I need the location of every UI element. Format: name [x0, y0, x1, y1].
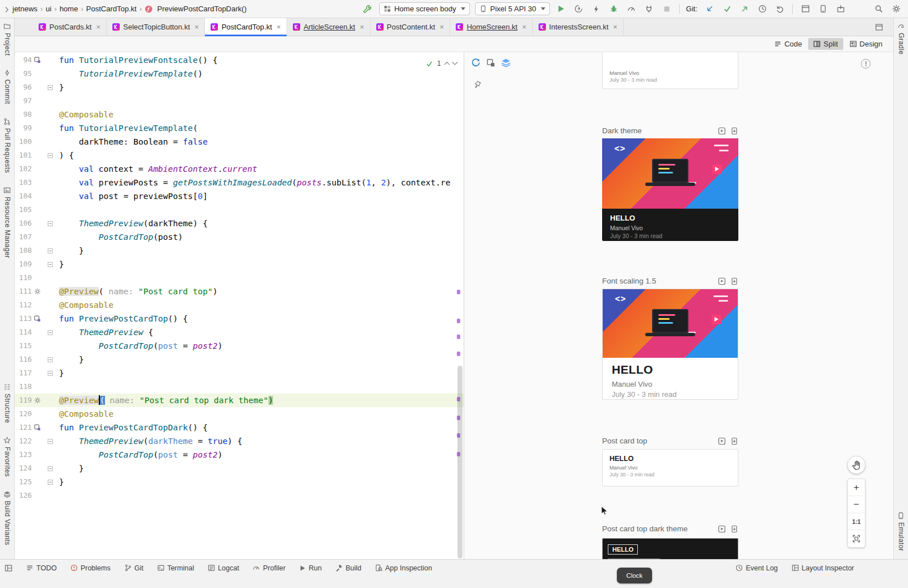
preview-card-post-card-top[interactable]: HELLO Manuel Vivo July 30 - 3 min read	[602, 449, 738, 487]
close-icon[interactable]: ×	[276, 23, 281, 31]
zoom-ratio-button[interactable]: 1:1	[848, 513, 865, 530]
gutter-icon-slot[interactable]	[32, 285, 43, 298]
close-icon[interactable]: ×	[522, 23, 527, 31]
git-commit-button[interactable]	[721, 3, 733, 15]
deploy-preview-icon[interactable]	[730, 126, 738, 134]
code-line-110[interactable]: 110	[15, 271, 464, 285]
fold-slot[interactable]	[43, 475, 57, 489]
debug-button[interactable]	[608, 3, 620, 15]
stop-button[interactable]	[661, 3, 673, 15]
tab-code[interactable]: Code	[769, 38, 807, 50]
tab-postcardtop[interactable]: PostCardTop.kt ×	[205, 18, 287, 36]
fold-marker-icon[interactable]	[48, 221, 53, 226]
tab-selecttopicbutton[interactable]: SelectTopicButton.kt ×	[107, 18, 205, 36]
git-update-button[interactable]	[703, 3, 716, 15]
fold-marker-icon[interactable]	[48, 466, 53, 471]
close-icon[interactable]: ×	[96, 23, 100, 31]
code-line-117[interactable]: 117}	[15, 366, 464, 380]
compose-preview-gutter-icon[interactable]	[34, 57, 41, 64]
compose-preview-gutter-icon[interactable]	[34, 315, 41, 322]
code-area[interactable]: 94fun TutorialPreviewFontscale() {95 Tut…	[15, 52, 464, 502]
editor-scrollbar[interactable]	[457, 366, 463, 559]
git-push-button[interactable]	[738, 3, 751, 15]
preview-card-partial-top[interactable]: Manuel Vivo July 30 - 3 min read	[602, 52, 738, 89]
gutter-icon-slot[interactable]	[32, 312, 43, 325]
compose-preview-gutter-icon[interactable]	[34, 424, 41, 431]
close-icon[interactable]: ×	[613, 23, 617, 31]
preview-card-post-card-top-dark[interactable]: HELLO	[602, 538, 738, 559]
statusbar-item-layout-inspector[interactable]: Layout Inspector	[792, 564, 854, 572]
close-icon[interactable]: ×	[360, 23, 364, 31]
code-line-121[interactable]: 121fun PreviewPostCardTopDark() {	[15, 421, 464, 434]
apply-code-changes-button[interactable]	[590, 3, 603, 15]
breadcrumb-item-file[interactable]: PostCardTop.kt	[85, 4, 138, 14]
code-line-112[interactable]: 112@Composable	[15, 298, 464, 312]
git-rollback-button[interactable]	[774, 3, 786, 15]
compose-wrench-icon[interactable]	[361, 3, 374, 15]
sidebar-item-resource-manager[interactable]: Resource Manager	[3, 187, 11, 258]
code-line-114[interactable]: 114 ThemedPreview {	[15, 325, 464, 339]
sdk-manager-button[interactable]	[834, 3, 847, 15]
fold-marker-icon[interactable]	[48, 262, 53, 267]
fold-slot[interactable]	[43, 434, 57, 448]
toolwindow-switcher-icon[interactable]	[5, 564, 12, 572]
statusbar-item-terminal[interactable]: Terminal	[157, 564, 194, 572]
code-line-109[interactable]: 109}	[15, 257, 464, 271]
fold-marker-icon[interactable]	[48, 439, 53, 444]
gutter-icon-slot[interactable]	[32, 394, 43, 407]
code-line-113[interactable]: 113fun PreviewPostCardTop() {	[15, 312, 464, 325]
breadcrumb-item-jetnews[interactable]: jetnews	[11, 4, 39, 14]
code-line-108[interactable]: 108 }	[15, 244, 464, 257]
fold-marker-icon[interactable]	[48, 330, 53, 335]
layout-inspector-toolbar-button[interactable]	[799, 3, 812, 15]
code-line-125[interactable]: 125}	[15, 475, 464, 489]
code-line-115[interactable]: 115 PostCardTop(post = post2)	[15, 339, 464, 353]
fold-slot[interactable]	[43, 149, 57, 162]
fold-marker-icon[interactable]	[48, 371, 53, 376]
statusbar-item-build[interactable]: Build	[335, 564, 361, 572]
run-button[interactable]	[555, 3, 568, 15]
code-line-119[interactable]: 119@Preview( name: "Post card top dark t…	[15, 394, 464, 407]
fold-slot[interactable]	[43, 244, 57, 257]
code-line-105[interactable]: 105	[15, 203, 464, 217]
zoom-in-button[interactable]: +	[848, 479, 865, 496]
sidebar-item-commit[interactable]: Commit	[3, 69, 11, 104]
tab-split[interactable]: Split	[808, 38, 843, 50]
pan-tool-button[interactable]	[847, 456, 865, 474]
preview-settings-gutter-icon[interactable]	[34, 288, 41, 295]
tab-articlescreen[interactable]: ArticleScreen.kt ×	[287, 18, 371, 36]
device-manager-button[interactable]	[817, 3, 829, 15]
code-line-104[interactable]: 104 val post = previewPosts[0]	[15, 189, 464, 203]
code-line-107[interactable]: 107 PostCardTop(post)	[15, 230, 464, 244]
breadcrumb-item-home[interactable]: home	[58, 4, 79, 14]
editor-layout-icon[interactable]	[875, 23, 883, 32]
code-line-100[interactable]: 100 darkTheme: Boolean = false	[15, 135, 464, 149]
run-configuration-select[interactable]: Home screen body	[379, 2, 470, 15]
next-issue-icon[interactable]	[452, 59, 458, 65]
clock-floating-button[interactable]: Clock	[617, 568, 652, 583]
statusbar-item-run[interactable]: Run	[299, 564, 322, 572]
settings-sync-button[interactable]	[890, 3, 902, 15]
code-line-124[interactable]: 124 }	[15, 462, 464, 475]
code-line-116[interactable]: 116 }	[15, 353, 464, 366]
sidebar-item-emulator[interactable]: Emulator	[897, 512, 905, 551]
fold-slot[interactable]	[43, 325, 57, 339]
fold-marker-icon[interactable]	[48, 153, 53, 158]
code-line-120[interactable]: 120@Composable	[15, 407, 464, 421]
code-line-111[interactable]: 111@Preview( name: "Post card top")	[15, 285, 464, 298]
statusbar-item-git[interactable]: Git	[124, 564, 144, 572]
sidebar-item-pull-requests[interactable]: Pull Requests	[3, 118, 11, 173]
deploy-preview-icon[interactable]	[730, 524, 738, 532]
tab-interestsscreen[interactable]: InterestsScreen.kt ×	[533, 18, 624, 36]
fold-marker-icon[interactable]	[48, 357, 53, 362]
prev-issue-icon[interactable]	[444, 61, 450, 67]
fold-slot[interactable]	[43, 462, 57, 475]
code-line-126[interactable]: 126	[15, 489, 464, 502]
statusbar-item-event-log[interactable]: Event Log	[735, 564, 777, 572]
profiler-button[interactable]	[625, 3, 638, 15]
close-icon[interactable]: ×	[440, 23, 444, 31]
fold-slot[interactable]	[43, 353, 57, 366]
code-line-101[interactable]: 101) {	[15, 149, 464, 162]
sidebar-item-favorites[interactable]: Favorites	[3, 437, 11, 477]
gutter-icon-slot[interactable]	[32, 53, 43, 67]
